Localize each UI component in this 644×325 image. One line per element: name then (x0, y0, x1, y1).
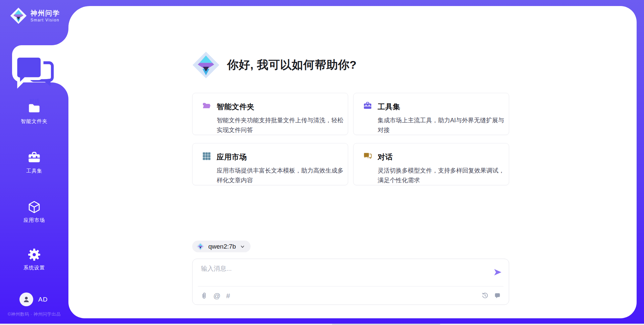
horizontal-scrollbar-thumb[interactable] (332, 324, 440, 325)
feature-cards: 智能文件夹 智能文件夹功能支持批量文件上传与清洗，轻松实现文件问答 工具集 集成… (192, 93, 509, 185)
toolbox-icon (363, 101, 372, 111)
message-input[interactable] (193, 259, 489, 285)
app-root: { "brand": { "name": "神州问学", "subtitle":… (0, 0, 644, 325)
sidebar-item-label: 对话 (29, 98, 40, 105)
greeting-title: 你好, 我可以如何帮助你? (227, 57, 357, 73)
horizontal-scrollbar[interactable] (0, 324, 644, 325)
card-smart-folder[interactable]: 智能文件夹 智能文件夹功能支持批量文件上传与清洗，轻松实现文件问答 (192, 93, 348, 135)
brand-name: 神州问学 (31, 9, 60, 17)
card-description: 灵活切换多模型文件，支持多样回复效果调试，满足个性化需求 (378, 166, 506, 185)
person-icon (22, 295, 31, 304)
mention-icon[interactable]: @ (213, 292, 220, 299)
brand-logo-icon (10, 7, 27, 24)
model-selector[interactable]: qwen2:7b (192, 241, 251, 252)
folder-open-icon (202, 101, 211, 111)
card-toolset[interactable]: 工具集 集成市场上主流工具，助力AI与外界无缝扩展与对接 (353, 93, 509, 135)
model-logo-icon (197, 243, 204, 250)
card-description: 智能文件夹功能支持批量文件上传与清洗，轻松实现文件问答 (217, 116, 345, 135)
avatar (19, 292, 33, 306)
brand: 神州问学 Smart Vision (10, 7, 60, 24)
sidebar-item-label: 工具集 (26, 168, 42, 174)
topic-icon[interactable]: # (226, 292, 230, 299)
card-title: 应用市场 (217, 152, 345, 162)
chat-icon (363, 151, 372, 161)
card-title: 工具集 (378, 102, 506, 112)
card-description: 集成市场上主流工具，助力AI与外界无缝扩展与对接 (378, 116, 506, 135)
message-composer: @ # (192, 259, 509, 305)
user-name: AD (38, 296, 48, 303)
user-profile[interactable]: AD (19, 292, 48, 306)
gear-icon (27, 248, 41, 262)
sidebar-item-label: 系统设置 (23, 265, 45, 271)
sidebar-item-chat-content: 对话 (12, 51, 70, 105)
chevron-down-icon (240, 244, 245, 249)
main-panel: 你好, 我可以如何帮助你? 智能文件夹 智能文件夹功能支持批量文件上传与清洗，轻… (68, 6, 637, 318)
card-text: 智能文件夹 智能文件夹功能支持批量文件上传与清洗，轻松实现文件问答 (217, 102, 345, 135)
sidebar-item-toolset[interactable]: 工具集 (0, 151, 68, 174)
cube-icon (27, 200, 41, 214)
brand-text: 神州问学 Smart Vision (31, 9, 60, 22)
brand-subtitle: Smart Vision (31, 18, 60, 22)
tab-fillet-top (52, 28, 68, 45)
send-icon[interactable] (493, 268, 502, 277)
sidebar-item-label: 应用市场 (23, 217, 45, 223)
sidebar: 神州问学 Smart Vision 对话 智能文件夹 工具集 (0, 0, 68, 325)
card-text: 工具集 集成市场上主流工具，助力AI与外界无缝扩展与对接 (378, 102, 506, 135)
card-description: 应用市场提供丰富长文本模板，助力高效生成多样化文章内容 (217, 166, 345, 185)
sidebar-item-settings[interactable]: 系统设置 (0, 248, 68, 271)
greeting: 你好, 我可以如何帮助你? (192, 51, 357, 79)
history-icon[interactable] (482, 292, 488, 299)
model-name: qwen2:7b (208, 243, 236, 250)
toolbox-icon (27, 151, 41, 165)
sidebar-item-smart-folder[interactable]: 智能文件夹 (0, 101, 68, 125)
attachment-icon[interactable] (201, 292, 208, 299)
app-logo-icon (192, 51, 220, 79)
card-text: 对话 灵活切换多模型文件，支持多样回复效果调试，满足个性化需求 (378, 152, 506, 185)
card-app-market[interactable]: 应用市场 应用市场提供丰富长文本模板，助力高效生成多样化文章内容 (192, 143, 348, 185)
sidebar-item-chat[interactable]: 对话 (12, 45, 70, 82)
grid-icon (202, 151, 211, 161)
chat-bubble-icon[interactable] (494, 292, 501, 299)
card-title: 对话 (378, 152, 506, 162)
card-text: 应用市场 应用市场提供丰富长文本模板，助力高效生成多样化文章内容 (217, 152, 345, 185)
composer-toolbar: @ # (193, 286, 509, 305)
sidebar-item-label: 智能文件夹 (21, 118, 48, 125)
card-title: 智能文件夹 (217, 102, 345, 112)
card-chat[interactable]: 对话 灵活切换多模型文件，支持多样回复效果调试，满足个性化需求 (353, 143, 509, 185)
chat-icon (12, 51, 57, 95)
copyright-text: ©神州数码 · 神州问学出品 (0, 311, 68, 317)
sidebar-item-app-market[interactable]: 应用市场 (0, 200, 68, 223)
